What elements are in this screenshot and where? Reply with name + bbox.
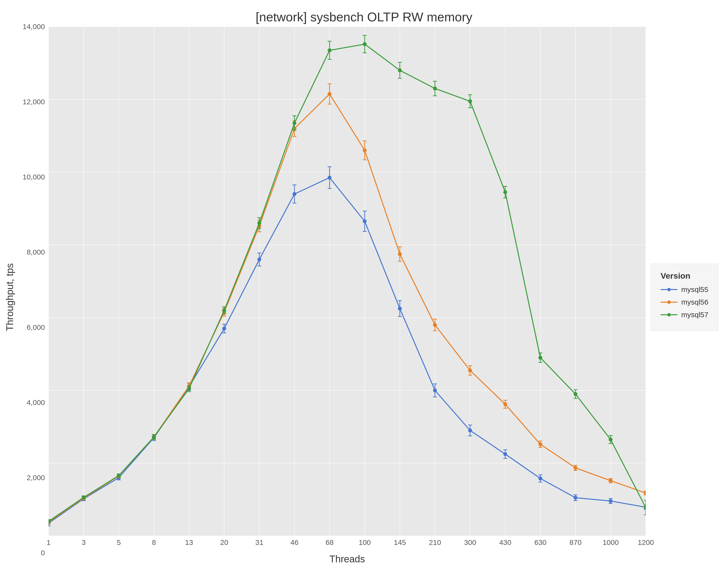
svg-point-157 (539, 443, 542, 446)
svg-point-69 (398, 307, 401, 310)
legend-label: mysql56 (681, 298, 708, 306)
legend-item: mysql56 (660, 298, 708, 306)
svg-point-77 (468, 429, 472, 432)
svg-point-61 (328, 176, 331, 179)
x-tick-label: 1200 (638, 538, 654, 547)
x-tick-label: 145 (394, 538, 406, 547)
y-axis-label: Throughput, tps (4, 263, 15, 331)
svg-point-85 (539, 477, 542, 480)
legend-item: mysql55 (660, 285, 708, 294)
svg-point-93 (609, 499, 612, 503)
svg-point-133 (328, 92, 331, 96)
svg-point-161 (574, 466, 577, 470)
svg-point-153 (503, 403, 507, 406)
x-axis-label: Threads (329, 554, 365, 564)
chart-title: [network] sysbench OLTP RW memory (256, 10, 472, 24)
svg-point-173 (49, 520, 50, 523)
legend-items: mysql55 mysql56 mysql57 (660, 285, 708, 319)
svg-point-169 (644, 491, 646, 495)
svg-point-177 (82, 496, 85, 499)
x-tick-label: 31 (255, 538, 263, 547)
x-tick-label: 13 (185, 538, 193, 547)
svg-point-225 (503, 191, 507, 194)
x-tick-label: 100 (359, 538, 371, 547)
legend-label: mysql57 (681, 311, 708, 319)
svg-point-89 (574, 496, 577, 500)
chart-inner: 02,0004,0006,0008,00010,00012,00014,000 … (19, 27, 646, 567)
svg-point-189 (187, 387, 191, 390)
x-tick-label: 5 (117, 538, 121, 547)
legend-item: mysql57 (660, 311, 708, 319)
svg-point-165 (609, 479, 612, 482)
x-tick-label: 210 (429, 538, 441, 547)
x-tick-label: 430 (499, 538, 511, 547)
x-axis-label-container: Threads (49, 551, 646, 567)
svg-point-229 (539, 356, 542, 359)
svg-point-185 (152, 435, 156, 439)
chart-body: Throughput, tps 02,0004,0006,0008,00010,… (0, 27, 728, 582)
x-tick-label: 1 (47, 538, 51, 547)
svg-point-149 (468, 369, 472, 372)
y-axis-label-container: Throughput, tps (0, 27, 19, 567)
x-tick-label: 68 (326, 538, 334, 547)
svg-point-213 (398, 68, 401, 72)
svg-point-81 (503, 452, 507, 456)
plot-area (49, 27, 646, 536)
legend-label: mysql55 (681, 285, 708, 294)
svg-point-193 (223, 309, 226, 312)
chart-svg (49, 27, 646, 536)
x-tick-label: 300 (464, 538, 476, 547)
svg-point-205 (328, 49, 331, 52)
x-axis-ticks: 1358132031466810014521030043063087010001… (49, 536, 646, 551)
x-tick-label: 20 (220, 538, 228, 547)
svg-point-241 (644, 506, 646, 509)
x-tick-label: 46 (290, 538, 298, 547)
svg-point-197 (258, 221, 261, 225)
svg-point-209 (363, 43, 366, 46)
plot-area-wrapper: 02,0004,0006,0008,00010,00012,00014,000 … (19, 27, 646, 567)
svg-point-53 (258, 258, 261, 261)
legend-title: Version (660, 271, 708, 281)
y-axis-ticks: 02,0004,0006,0008,00010,00012,00014,000 (19, 27, 49, 567)
svg-point-201 (293, 121, 296, 125)
x-tick-label: 870 (570, 538, 582, 547)
svg-point-221 (468, 100, 472, 103)
svg-point-137 (363, 149, 366, 152)
x-tick-label: 1000 (602, 538, 619, 547)
svg-point-237 (609, 438, 612, 441)
svg-point-217 (433, 87, 437, 90)
legend: Version mysql55 mysql56 mysql57 (651, 264, 718, 331)
x-tick-label: 8 (152, 538, 156, 547)
chart-container: [network] sysbench OLTP RW memory Throug… (0, 0, 728, 582)
svg-point-145 (433, 323, 437, 327)
svg-point-141 (398, 252, 401, 256)
svg-point-49 (223, 327, 226, 330)
x-tick-label: 630 (535, 538, 546, 547)
svg-point-73 (433, 389, 437, 392)
plot-and-x: 1358132031466810014521030043063087010001… (49, 27, 646, 567)
svg-point-57 (293, 192, 296, 196)
svg-point-233 (574, 392, 577, 396)
x-tick-label: 3 (81, 538, 86, 547)
svg-point-181 (117, 474, 121, 477)
svg-point-65 (363, 220, 366, 223)
